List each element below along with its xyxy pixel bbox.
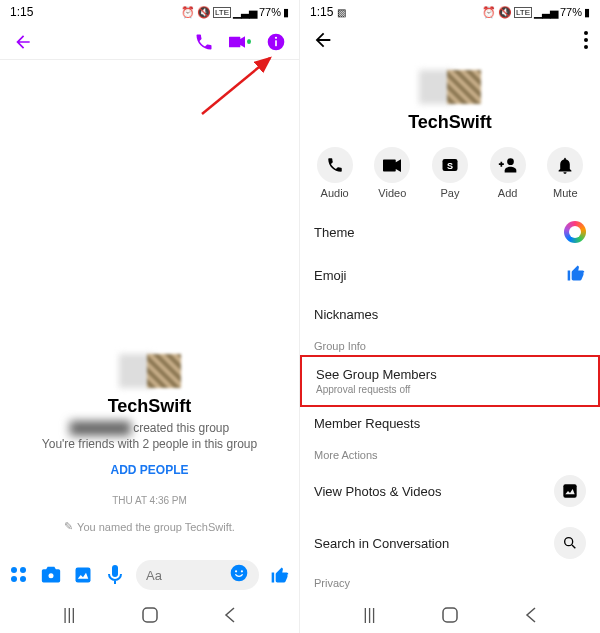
- status-time: 1:15 ▧: [310, 5, 346, 19]
- svg-point-15: [584, 31, 588, 35]
- settings-list: Theme Emoji Nicknames Group Info See Gro…: [300, 211, 600, 597]
- video-call-button[interactable]: [229, 31, 251, 53]
- status-icons: ⏰ 🔇 LTE ▁▃▅ 77% ▮: [181, 6, 289, 19]
- battery-text: 77%: [259, 6, 281, 18]
- svg-rect-21: [563, 484, 576, 497]
- member-requests-row[interactable]: Member Requests: [300, 406, 600, 441]
- alarm-icon: ⏰: [181, 6, 195, 19]
- group-name: TechSwift: [408, 112, 492, 133]
- add-action[interactable]: Add: [481, 147, 535, 199]
- pencil-icon: ✎: [64, 520, 73, 533]
- lte-icon: LTE: [514, 7, 532, 18]
- group-avatar[interactable]: [119, 354, 181, 388]
- svg-rect-23: [443, 608, 457, 622]
- camera-icon[interactable]: [40, 564, 62, 586]
- detail-header: TechSwift: [300, 60, 600, 147]
- photos-icon: [554, 475, 586, 507]
- mic-icon[interactable]: [104, 564, 126, 586]
- mute-icon: 🔇: [197, 6, 211, 19]
- svg-point-8: [49, 573, 54, 578]
- svg-point-6: [11, 576, 17, 582]
- mute-icon: 🔇: [498, 6, 512, 19]
- svg-point-4: [11, 567, 17, 573]
- alarm-icon: ⏰: [482, 6, 496, 19]
- audio-action[interactable]: Audio: [308, 147, 362, 199]
- action-row: Audio Video S Pay Add Mute: [300, 147, 600, 211]
- screenshot-icon: ▧: [337, 7, 346, 18]
- app-bar: [300, 24, 600, 60]
- status-bar: 1:15 ⏰ 🔇 LTE ▁▃▅ 77% ▮: [0, 0, 299, 24]
- conversation-pane: 1:15 ⏰ 🔇 LTE ▁▃▅ 77% ▮: [0, 0, 300, 633]
- svg-rect-14: [143, 608, 157, 622]
- system-message: ✎ You named the group TechSwift.: [64, 520, 235, 533]
- svg-point-5: [20, 567, 26, 573]
- svg-rect-10: [112, 565, 118, 577]
- more-button[interactable]: [584, 31, 588, 53]
- nicknames-row[interactable]: Nicknames: [300, 297, 600, 332]
- friends-line: You're friends with 2 people in this gro…: [42, 437, 257, 451]
- placeholder: Aa: [146, 568, 162, 583]
- search-row[interactable]: Search in Conversation: [300, 517, 600, 569]
- gallery-icon[interactable]: [72, 564, 94, 586]
- mute-action[interactable]: Mute: [538, 147, 592, 199]
- chat-body: TechSwift ████████ created this group Yo…: [0, 60, 299, 553]
- video-action[interactable]: Video: [365, 147, 419, 199]
- pay-action[interactable]: S Pay: [423, 147, 477, 199]
- battery-icon: ▮: [283, 6, 289, 19]
- details-pane: 1:15 ▧ ⏰ 🔇 LTE ▁▃▅ 77% ▮ TechSwift Audio: [300, 0, 600, 633]
- back-nav-button[interactable]: [219, 604, 241, 626]
- info-button[interactable]: [265, 31, 287, 53]
- lte-icon: LTE: [213, 7, 231, 18]
- thumbs-up-icon: [566, 263, 586, 287]
- home-button[interactable]: [139, 604, 161, 626]
- svg-rect-1: [275, 40, 277, 46]
- apps-icon[interactable]: [8, 564, 30, 586]
- nav-bar: |||: [300, 597, 600, 633]
- theme-icon: [564, 221, 586, 243]
- theme-row[interactable]: Theme: [300, 211, 600, 253]
- svg-point-12: [235, 570, 237, 572]
- app-bar: [0, 24, 299, 60]
- view-photos-row[interactable]: View Photos & Videos: [300, 465, 600, 517]
- svg-rect-9: [76, 568, 91, 583]
- svg-point-7: [20, 576, 26, 582]
- audio-call-button[interactable]: [193, 31, 215, 53]
- like-button[interactable]: [269, 564, 291, 586]
- message-input[interactable]: Aa: [136, 560, 259, 590]
- svg-point-2: [275, 36, 277, 38]
- see-group-members-row[interactable]: See Group Members Approval requests off: [300, 355, 600, 407]
- svg-point-17: [584, 45, 588, 49]
- status-icons: ⏰ 🔇 LTE ▁▃▅ 77% ▮: [482, 6, 590, 19]
- home-button[interactable]: [439, 604, 461, 626]
- input-bar: Aa: [0, 553, 299, 597]
- svg-point-11: [231, 565, 248, 582]
- privacy-section: Privacy: [300, 569, 600, 593]
- recents-button[interactable]: |||: [359, 604, 381, 626]
- signal-icon: ▁▃▅: [233, 6, 257, 19]
- timestamp: THU AT 4:36 PM: [112, 495, 187, 506]
- more-actions-section: More Actions: [300, 441, 600, 465]
- created-by-line: ████████ created this group: [70, 421, 229, 435]
- status-time: 1:15: [10, 5, 33, 19]
- group-info-section: Group Info: [300, 332, 600, 356]
- battery-icon: ▮: [584, 6, 590, 19]
- svg-text:S: S: [447, 161, 453, 171]
- search-icon: [554, 527, 586, 559]
- recents-button[interactable]: |||: [58, 604, 80, 626]
- svg-point-16: [584, 38, 588, 42]
- back-button[interactable]: [312, 29, 334, 55]
- svg-point-13: [241, 570, 243, 572]
- video-status-dot: [247, 39, 251, 44]
- emoji-row[interactable]: Emoji: [300, 253, 600, 297]
- back-button[interactable]: [12, 31, 34, 53]
- emoji-picker-icon[interactable]: [229, 563, 249, 587]
- group-name: TechSwift: [108, 396, 192, 417]
- signal-icon: ▁▃▅: [534, 6, 558, 19]
- back-nav-button[interactable]: [520, 604, 542, 626]
- nav-bar: |||: [0, 597, 299, 633]
- group-avatar[interactable]: [419, 70, 481, 104]
- battery-text: 77%: [560, 6, 582, 18]
- svg-point-20: [507, 158, 514, 165]
- status-bar: 1:15 ▧ ⏰ 🔇 LTE ▁▃▅ 77% ▮: [300, 0, 600, 24]
- add-people-button[interactable]: ADD PEOPLE: [110, 463, 188, 477]
